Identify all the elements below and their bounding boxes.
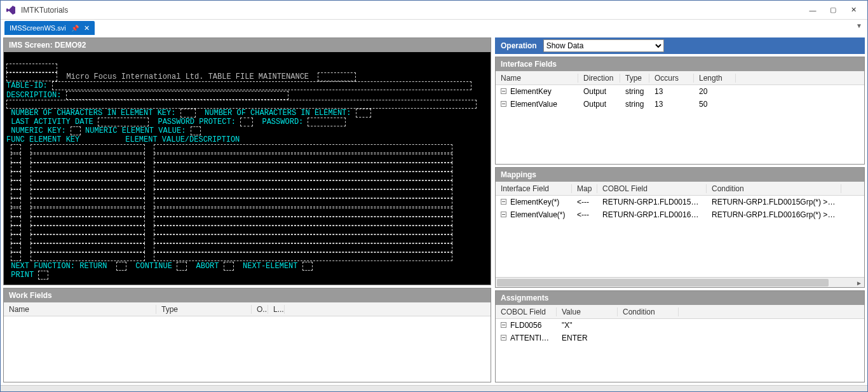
ims-panel-header: IMS Screen: DEMO92 <box>4 38 491 52</box>
document-tab-strip: IMSScreenWS.svi 📌 ✕ ▼ <box>1 20 867 35</box>
status-bar <box>1 385 867 392</box>
ims-label-numelem: NUMERIC ELEMENT VALUE: <box>85 126 186 135</box>
expander-icon[interactable] <box>501 335 506 341</box>
interface-fields-columns[interactable]: Name Direction Type Occurs Length <box>496 71 864 85</box>
ims-label-numcharskey: NUMBER OF CHARACTERS IN ELEMENT KEY: <box>11 109 175 118</box>
col-cobol-field[interactable]: COBOL Field <box>496 308 557 316</box>
ims-label-nextelement: NEXT-ELEMENT <box>243 262 297 271</box>
expander-icon[interactable] <box>501 199 506 205</box>
ims-label-abort: ABORT <box>196 262 219 271</box>
col-value[interactable]: Value <box>557 308 618 316</box>
work-fields-panel: Work Fields Name Type O... L... <box>3 288 491 382</box>
operation-bar: Operation Show Data <box>495 37 865 54</box>
window-title: IMTKTutorials <box>21 6 68 15</box>
mappings-columns[interactable]: Interface Field Map COBOL Field Conditio… <box>496 182 864 196</box>
col-interface-field[interactable]: Interface Field <box>496 184 572 193</box>
col-name[interactable]: Name <box>496 74 578 83</box>
ims-label-tableid: TABLE-ID: <box>6 82 48 91</box>
ims-label-numcharselem: NUMBER OF CHARACTERS IN ELEMENT: <box>205 109 351 118</box>
col-occurs[interactable]: Occurs <box>649 74 694 83</box>
col-condition[interactable]: Condition <box>707 184 841 193</box>
table-row[interactable]: ElementValue Output string 13 50 <box>496 98 864 111</box>
minimize-button[interactable]: — <box>804 4 822 17</box>
ims-screen-body[interactable]: Micro Focus International Ltd. TABLE FIL… <box>4 52 491 285</box>
assignments-columns[interactable]: COBOL Field Value Condition <box>496 305 864 319</box>
col-direction[interactable]: Direction <box>578 74 620 83</box>
col-occurs[interactable]: O... <box>252 305 268 314</box>
close-button[interactable]: ✕ <box>844 4 862 17</box>
ims-label-return: RETURN <box>79 262 107 271</box>
pin-icon[interactable]: 📌 <box>71 25 79 32</box>
table-row[interactable]: ElementKey(*) <--- RETURN-GRP1.FLD0015Gr… <box>496 196 864 208</box>
ims-label-description: DESCRIPTION: <box>6 91 61 100</box>
expander-icon[interactable] <box>501 101 506 107</box>
col-cobol-field[interactable]: COBOL Field <box>597 184 707 193</box>
operation-select[interactable]: Show Data <box>543 39 664 52</box>
expander-icon[interactable] <box>501 212 506 217</box>
expander-icon[interactable] <box>501 322 506 328</box>
col-length[interactable]: L... <box>268 305 285 314</box>
col-name[interactable]: Name <box>4 305 156 314</box>
work-fields-header: Work Fields <box>4 288 491 302</box>
mappings-scrollbar[interactable]: ◄ ► <box>496 277 864 287</box>
ims-label-elemval: ELEMENT VALUE/DESCRIPTION <box>125 135 240 144</box>
assignments-header: Assignments <box>496 291 864 305</box>
maximize-button[interactable]: ▢ <box>824 4 842 17</box>
operation-label: Operation <box>501 41 537 50</box>
ims-label-pwdprotect: PASSWORD PROTECT: <box>158 118 235 126</box>
ims-screen-panel: IMS Screen: DEMO92 Micro Focus Internati… <box>3 37 491 285</box>
mappings-header: Mappings <box>496 168 864 182</box>
scroll-right-icon[interactable]: ► <box>854 278 864 287</box>
ims-label-func: FUNC <box>6 135 25 144</box>
interface-fields-panel: Interface Fields Name Direction Type Occ… <box>495 57 865 165</box>
ims-label-print: PRINT <box>11 271 34 280</box>
ims-label-lastactivity: LAST ACTIVITY DATE <box>11 118 93 126</box>
vs-logo-icon <box>6 5 16 15</box>
scroll-thumb[interactable] <box>497 279 829 287</box>
interface-fields-header: Interface Fields <box>496 57 864 71</box>
ims-label-continue: CONTINUE <box>135 262 172 271</box>
ims-label-nextfunction: NEXT FUNCTION: <box>11 262 75 271</box>
assignments-panel: Assignments COBOL Field Value Condition … <box>495 290 865 382</box>
col-type[interactable]: Type <box>620 74 649 83</box>
workspace: IMS Screen: DEMO92 Micro Focus Internati… <box>1 35 867 385</box>
titlebar: IMTKTutorials — ▢ ✕ <box>1 1 867 20</box>
table-row[interactable]: ATTENTIO... ENTER <box>496 332 864 344</box>
work-fields-column-headers[interactable]: Name Type O... L... <box>4 302 491 316</box>
ims-label-numkey: NUMERIC KEY: <box>11 126 65 135</box>
ims-header-text: Micro Focus International Ltd. TABLE FIL… <box>66 72 309 81</box>
col-map[interactable]: Map <box>572 184 597 193</box>
col-condition[interactable]: Condition <box>618 308 679 316</box>
table-row[interactable]: ElementKey Output string 13 20 <box>496 85 864 98</box>
col-length[interactable]: Length <box>694 74 736 83</box>
expander-icon[interactable] <box>501 88 506 94</box>
col-type[interactable]: Type <box>156 305 252 314</box>
ims-label-password: PASSWORD: <box>262 118 303 126</box>
table-row[interactable]: FLD0056 "X" <box>496 319 864 332</box>
tab-overflow-icon[interactable]: ▼ <box>856 22 862 29</box>
mappings-panel: Mappings Interface Field Map COBOL Field… <box>495 167 865 288</box>
tab-close-icon[interactable]: ✕ <box>84 24 90 32</box>
tab-label: IMSScreenWS.svi <box>10 24 66 32</box>
ims-label-elemkey: ELEMENT KEY <box>29 135 79 144</box>
tab-imsscreenws[interactable]: IMSScreenWS.svi 📌 ✕ <box>4 21 95 35</box>
table-row[interactable]: ElementValue(*) <--- RETURN-GRP1.FLD0016… <box>496 208 864 221</box>
